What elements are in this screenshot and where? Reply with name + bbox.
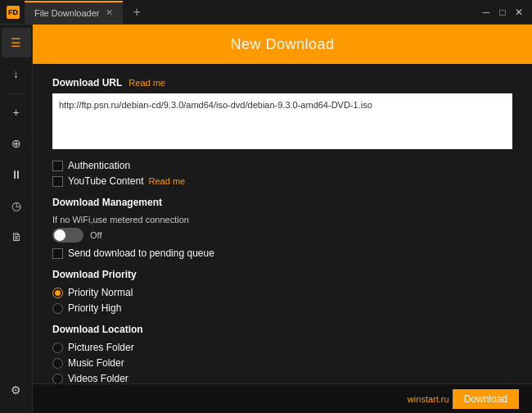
auth-row: Authentication — [52, 160, 512, 171]
priority-section-label: Download Priority — [52, 269, 512, 280]
pending-row: Send download to pending queue — [52, 247, 512, 259]
location-section-label: Download Location — [52, 324, 512, 335]
main-header: New Download — [33, 25, 532, 64]
youtube-read-me-link[interactable]: Read me — [149, 176, 186, 186]
url-read-me-link[interactable]: Read me — [128, 78, 165, 88]
url-input[interactable]: http://ftp.psn.ru/debian-cd/9.3.0/amd64/… — [52, 93, 512, 149]
sidebar-item-settings[interactable]: ⚙ — [2, 375, 31, 405]
sidebar-item-file[interactable]: 🗎 — [2, 222, 31, 252]
app-layout: ☰ ↓ + ⊕ ⏸ ◷ 🗎 ⚙ New Download Download UR… — [0, 25, 532, 413]
url-label-row: Download URL Read me — [52, 77, 512, 88]
pending-label: Send download to pending queue — [68, 247, 214, 259]
auth-checkbox[interactable] — [52, 161, 63, 171]
music-label: Music Folder — [68, 357, 124, 369]
form-area: Download URL Read me http://ftp.psn.ru/d… — [33, 64, 532, 384]
sidebar-item-globe[interactable]: ⊕ — [2, 129, 31, 158]
priority-high-row: Priority High — [52, 302, 512, 314]
youtube-row: YouTube Content Read me — [52, 175, 512, 187]
sidebar-item-download[interactable]: ↓ — [2, 59, 31, 88]
wifi-toggle[interactable] — [52, 228, 83, 243]
sidebar-item-pause[interactable]: ⏸ — [2, 160, 31, 189]
sidebar-item-menu[interactable]: ☰ — [2, 28, 31, 57]
wifi-label: If no WiFi,use metered connection — [52, 215, 512, 225]
sidebar-separator — [7, 93, 26, 94]
radio-inner-normal — [55, 290, 61, 296]
pending-checkbox[interactable] — [52, 248, 63, 259]
videos-radio[interactable] — [52, 374, 63, 384]
url-label: Download URL — [52, 77, 122, 88]
priority-normal-row: Priority Normal — [52, 287, 512, 298]
sidebar-item-history[interactable]: ◷ — [2, 191, 31, 220]
toggle-off-label: Off — [90, 230, 101, 240]
minimize-button[interactable]: ─ — [480, 6, 493, 19]
mgmt-section-label: Download Management — [52, 197, 512, 208]
sidebar: ☰ ↓ + ⊕ ⏸ ◷ 🗎 ⚙ — [0, 25, 33, 413]
browser-tab[interactable]: File Downloader ✕ — [25, 1, 123, 24]
tab-label: File Downloader — [34, 8, 99, 18]
window-controls: ─ □ ✕ — [480, 6, 525, 19]
watermark: winstart.ru — [408, 394, 449, 404]
footer: winstart.ru Download — [33, 384, 532, 413]
music-radio[interactable] — [52, 358, 63, 369]
sidebar-item-add[interactable]: + — [2, 98, 31, 127]
toggle-row: Off — [52, 228, 512, 243]
videos-row: Videos Folder — [52, 373, 512, 384]
youtube-checkbox[interactable] — [52, 176, 63, 187]
videos-label: Videos Folder — [68, 373, 128, 384]
priority-high-radio[interactable] — [52, 303, 63, 314]
pictures-label: Pictures Folder — [68, 342, 134, 353]
add-tab-button[interactable]: + — [126, 5, 147, 20]
priority-normal-label: Priority Normal — [68, 287, 133, 298]
titlebar: FD File Downloader ✕ + ─ □ ✕ — [0, 0, 532, 25]
page-title: New Download — [230, 36, 334, 53]
priority-normal-radio[interactable] — [52, 288, 63, 298]
youtube-label: YouTube Content — [68, 175, 144, 187]
close-button[interactable]: ✕ — [512, 6, 525, 19]
auth-label: Authentication — [68, 160, 130, 171]
pictures-row: Pictures Folder — [52, 342, 512, 353]
main-content: New Download Download URL Read me http:/… — [33, 25, 532, 413]
close-tab-icon[interactable]: ✕ — [106, 7, 113, 18]
app-icon: FD — [7, 6, 20, 19]
priority-high-label: Priority High — [68, 302, 121, 314]
pictures-radio[interactable] — [52, 343, 63, 353]
music-row: Music Folder — [52, 357, 512, 369]
toggle-thumb — [54, 229, 65, 241]
download-button[interactable]: Download — [453, 389, 519, 409]
maximize-button[interactable]: □ — [496, 6, 509, 19]
